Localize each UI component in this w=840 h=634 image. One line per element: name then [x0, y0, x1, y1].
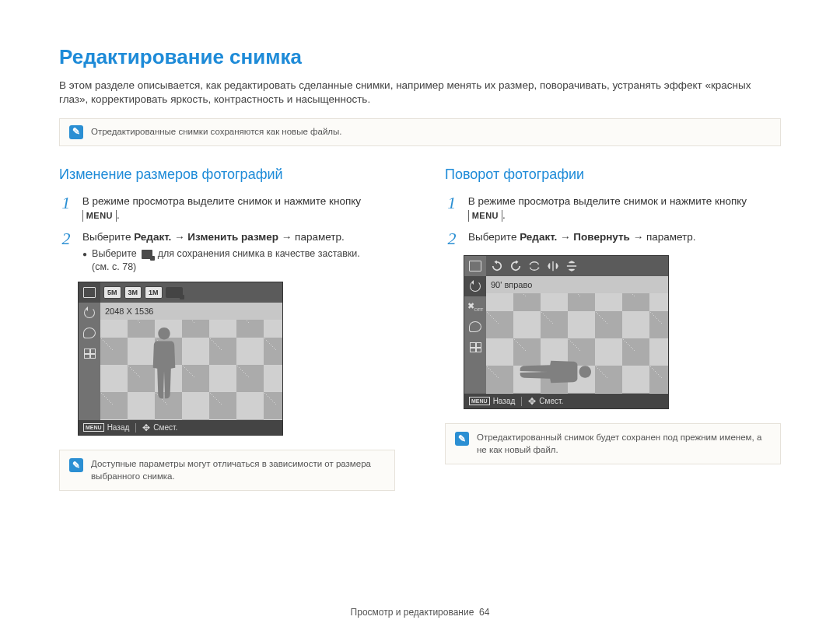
footer-section: Просмотр и редактирование: [351, 607, 474, 618]
arrow: →: [174, 231, 185, 243]
resize-step-2: 2 Выберите Редакт. → Изменить размер → п…: [59, 230, 395, 274]
menu-badge: MENU: [82, 210, 117, 222]
note-left: ✎ Доступные параметры могут отличаться в…: [59, 450, 395, 491]
startup-image-icon: [142, 250, 152, 259]
size-chip-1m[interactable]: 1M: [145, 286, 163, 299]
lcd-preview-area: [100, 320, 282, 420]
lcd-rotate-value: 90' вправо: [491, 279, 532, 291]
note-icon: ✎: [455, 432, 469, 446]
select-prefix: Выберите: [82, 231, 134, 243]
edit-label: Редакт.: [134, 231, 171, 243]
lcd-sidebar: ✖OFF: [464, 256, 486, 394]
menu-badge: MENU: [468, 210, 502, 222]
footer-page-number: 64: [479, 607, 489, 618]
note-right: ✎ Отредактированный снимок будет сохране…: [445, 423, 781, 464]
lcd-status-bar: MENU Назад ✥ Смест.: [464, 394, 668, 408]
page-footer: Просмотр и редактирование 64: [0, 606, 840, 618]
rotate-label: Повернуть: [573, 231, 630, 243]
bullet-prefix: Выберите: [92, 248, 139, 259]
sidebar-palette-icon[interactable]: [464, 317, 486, 337]
sidebar-rotate-icon[interactable]: [464, 276, 486, 296]
note-top-text: Отредактированные снимки сохраняются как…: [91, 126, 342, 138]
lcd-preview-area: [486, 293, 668, 394]
lcd-value-row: 2048 X 1536: [100, 303, 282, 320]
resize-label: Изменить размер: [187, 231, 278, 243]
select-prefix: Выберите: [468, 231, 520, 243]
rotate-step-2: 2 Выберите Редакт. → Повернуть → парамет…: [445, 230, 781, 247]
bullet-icon: ●: [82, 247, 87, 274]
sidebar-off-icon[interactable]: ✖OFF: [464, 296, 486, 317]
rotate-left-icon[interactable]: [508, 260, 523, 272]
status-back-label[interactable]: Назад: [107, 422, 130, 433]
step-number: 2: [59, 230, 73, 274]
note-right-text: Отредактированный снимок будет сохранен …: [477, 432, 771, 456]
sidebar-grid-icon[interactable]: [79, 343, 100, 363]
flip-horizontal-icon[interactable]: [545, 260, 561, 272]
rotate-step-1: 1 В режиме просмотра выделите снимок и н…: [445, 194, 781, 222]
sidebar-rotate-icon[interactable]: [79, 303, 100, 323]
size-chip-5m[interactable]: 5M: [103, 286, 121, 299]
see-page: (см. с. 78): [92, 261, 360, 274]
edit-label: Редакт.: [520, 231, 557, 243]
status-back-label[interactable]: Назад: [493, 396, 516, 407]
step1-text: В режиме просмотра выделите снимок и наж…: [82, 195, 361, 207]
status-menu-icon: MENU: [83, 423, 104, 432]
status-move-icon: ✥: [142, 422, 150, 434]
lcd-sidebar: [79, 282, 100, 420]
person-silhouette-icon: [502, 355, 594, 389]
size-chip-startup-icon[interactable]: [166, 287, 183, 298]
arrow: →: [633, 231, 644, 243]
lcd-status-bar: MENU Назад ✥ Смест.: [79, 420, 282, 435]
status-move-icon: ✥: [528, 395, 536, 408]
page-lead: В этом разделе описывается, как редактир…: [59, 79, 781, 107]
step1-suffix: .: [502, 209, 506, 221]
flip-vertical-icon[interactable]: [564, 260, 579, 272]
note-left-text: Доступные параметры могут отличаться в з…: [91, 458, 385, 482]
col-resize: Изменение размеров фотографий 1 В режиме…: [59, 165, 395, 510]
note-icon: ✎: [69, 458, 83, 472]
heading-resize: Изменение размеров фотографий: [59, 165, 395, 184]
step1-suffix: .: [117, 209, 120, 221]
rotate-180-icon[interactable]: [527, 260, 542, 272]
lcd-rotate-row: [486, 256, 668, 276]
sidebar-resize-icon[interactable]: [464, 256, 486, 276]
col-rotate: Поворот фотографии 1 В режиме просмотра …: [445, 165, 781, 510]
lcd-rotate: ✖OFF 90' вправо: [464, 255, 669, 409]
person-silhouette-icon: [147, 324, 181, 416]
step-number: 1: [59, 194, 73, 222]
lcd-value-row: 90' вправо: [486, 276, 668, 293]
lcd-resolution-value: 2048 X 1536: [105, 306, 153, 317]
step1-text: В режиме просмотра выделите снимок и наж…: [468, 195, 747, 207]
status-move-label[interactable]: Смест.: [539, 396, 563, 407]
resize-step-1: 1 В режиме просмотра выделите снимок и н…: [59, 194, 395, 222]
heading-rotate: Поворот фотографии: [445, 165, 781, 184]
arrow: →: [282, 231, 292, 243]
rotate-right-icon[interactable]: [489, 260, 505, 272]
lcd-size-row: 5M 3M 1M: [100, 282, 282, 303]
sidebar-resize-icon[interactable]: [79, 282, 100, 303]
status-move-label[interactable]: Смест.: [153, 422, 177, 433]
step-number: 1: [445, 194, 459, 222]
param-suffix: параметр.: [643, 231, 695, 243]
lcd-resize: 5M 3M 1M 2048 X 1536 MENU Назад: [78, 282, 283, 436]
note-icon: ✎: [69, 125, 83, 139]
param-suffix: параметр.: [292, 231, 344, 243]
arrow: →: [560, 231, 571, 243]
note-top: ✎ Отредактированные снимки сохраняются к…: [59, 118, 781, 146]
step-number: 2: [445, 230, 459, 247]
page-title: Редактирование снимка: [59, 44, 781, 71]
size-chip-3m[interactable]: 3M: [124, 286, 142, 299]
status-menu-icon: MENU: [469, 397, 490, 405]
sidebar-palette-icon[interactable]: [79, 323, 100, 343]
sidebar-grid-icon[interactable]: [464, 337, 486, 357]
bullet-suffix: для сохранения снимка в качестве заставк…: [155, 248, 359, 259]
